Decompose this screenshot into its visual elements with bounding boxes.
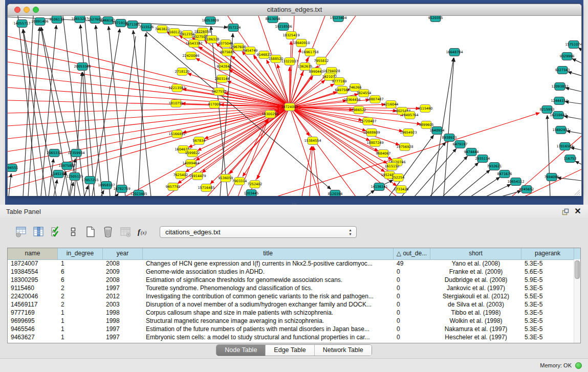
graph-node[interactable]: 16914479 (189, 172, 206, 180)
cell[interactable]: 18724007 (8, 259, 58, 268)
cell[interactable]: Nakamura et al. (1997) (430, 325, 521, 333)
graph-node[interactable]: 17016504 (556, 143, 573, 150)
table-row[interactable]: 977716911998Corpus callosum shape and si… (8, 309, 574, 317)
graph-node[interactable]: 567834 (193, 137, 206, 145)
cell[interactable]: 5.9E-5 (521, 276, 574, 284)
cell[interactable]: 1997 (103, 333, 143, 341)
cell[interactable]: 2009 (103, 268, 143, 276)
cell[interactable]: 5.5E-5 (521, 292, 574, 300)
graph-node[interactable]: 15716485 (198, 184, 214, 192)
delete-column-button[interactable] (100, 224, 116, 239)
cell[interactable]: 1 (58, 259, 103, 268)
cell[interactable]: Wolkin et al. (1998) (430, 317, 521, 325)
graph-node[interactable]: 12093832 (551, 83, 568, 91)
graph-node[interactable]: 20053346 (74, 63, 91, 71)
graph-node[interactable]: 6216044 (384, 101, 399, 108)
graph-node[interactable]: 1733426 (394, 186, 409, 193)
table-row[interactable]: 1872400712008Changes of HCN gene express… (8, 259, 574, 268)
graph-node[interactable]: 2718120 (175, 68, 190, 76)
float-panel-icon[interactable] (561, 208, 570, 216)
citation-edge-red[interactable] (187, 73, 290, 107)
graph-node[interactable]: 18640910 (293, 39, 310, 47)
citation-edge-black[interactable] (115, 36, 136, 196)
graph-node[interactable]: 7357224 (226, 24, 241, 32)
citation-edge-red[interactable] (125, 107, 290, 196)
citation-edge-red[interactable] (8, 62, 290, 107)
graph-node[interactable]: 8471676 (497, 170, 512, 178)
cell[interactable]: 19384554 (8, 268, 58, 276)
graph-node[interactable]: 1640954 (430, 127, 445, 135)
graph-node[interactable]: 2935114 (475, 155, 490, 163)
graph-node[interactable]: 1810755 (169, 100, 184, 107)
table-row[interactable]: 911546021997Tourette syndrome. Phenomeno… (8, 284, 574, 292)
graph-node[interactable]: 12023445 (130, 190, 147, 196)
cell[interactable]: 0 (394, 268, 430, 276)
cell[interactable]: 22420046 (8, 292, 58, 300)
graph-node[interactable]: 2065331 (47, 149, 62, 157)
graph-node[interactable]: 12505135 (66, 173, 83, 181)
citation-edge-black[interactable] (486, 184, 511, 196)
cell[interactable]: Structural magnetic resonance image aver… (143, 317, 394, 325)
citation-edge-black[interactable] (146, 32, 331, 189)
table-row[interactable]: 1938455462009Genome-wide association stu… (8, 268, 574, 276)
graph-node[interactable]: 8813054 (266, 16, 280, 23)
graph-node[interactable]: 12444154 (551, 97, 568, 105)
table-row[interactable]: 1830029562008Estimation of significance … (8, 276, 574, 284)
graph-node[interactable]: 917008 (208, 101, 221, 108)
citation-edge-red[interactable] (8, 107, 290, 151)
graph-node[interactable]: 7625402 (173, 171, 188, 179)
graph-node[interactable]: 7932621 (487, 163, 502, 170)
graph-node[interactable]: 1203445 (244, 190, 259, 196)
cell[interactable]: Yano et al. (2008) (430, 259, 521, 268)
cell[interactable]: 5.3E-5 (521, 333, 574, 341)
cell[interactable]: 49 (394, 259, 430, 268)
graph-node[interactable]: 8215953 (540, 106, 555, 114)
graph-node[interactable]: 994551 (8, 164, 18, 172)
graph-node[interactable]: 15384554 (304, 137, 321, 145)
cell[interactable]: Changes of HCN gene expression and I(f) … (143, 259, 394, 268)
window-titlebar[interactable]: citations_edges.txt (8, 4, 581, 16)
cell[interactable]: 1 (58, 317, 103, 325)
cell[interactable]: Corpus callosum shape and size in male p… (143, 309, 394, 317)
citation-edge-black[interactable] (547, 115, 550, 196)
graph-node[interactable]: 9875685 (220, 49, 235, 56)
table-row[interactable]: 969969511998Structural magnetic resonanc… (8, 317, 574, 325)
cell[interactable]: Tourette syndrome. Phenomenology and cla… (143, 284, 394, 292)
citation-edge-black[interactable] (443, 163, 478, 196)
cell[interactable]: 1998 (103, 317, 143, 325)
graph-node[interactable]: 9899605 (419, 121, 434, 129)
graph-node[interactable]: 9474444 (464, 148, 479, 156)
graph-node[interactable]: 8938923 (442, 134, 457, 142)
citation-edge-black[interactable] (80, 25, 95, 196)
cell[interactable]: 9777169 (8, 309, 58, 317)
graph-node[interactable]: 116753 (564, 155, 577, 163)
cell[interactable]: Tibbo et al. (1998) (430, 309, 521, 317)
cell[interactable]: de Silva et al. (2003) (430, 300, 521, 309)
graph-node[interactable]: 16648784 (446, 49, 463, 56)
cell[interactable]: Hescheler et al. (1997) (430, 333, 521, 341)
cell[interactable]: 14569117 (8, 300, 58, 309)
graph-node[interactable]: 7986522 (352, 106, 366, 114)
cell[interactable]: 9115460 (8, 284, 58, 292)
cell[interactable]: 6 (58, 268, 103, 276)
graph-node[interactable]: 14099464 (182, 160, 199, 167)
graph-node[interactable]: 9106133 (50, 16, 64, 24)
table-row[interactable]: 2242004622012Investigating the contribut… (8, 292, 574, 300)
citation-edge-black[interactable] (575, 161, 581, 164)
cell[interactable]: 2 (58, 284, 103, 292)
citation-edge-red[interactable] (290, 107, 356, 196)
graph-node[interactable]: 9115460 (418, 105, 433, 113)
cell[interactable]: 1997 (103, 284, 143, 292)
cell[interactable]: 18300295 (8, 276, 58, 284)
network-canvas[interactable]: 1405571720891406910613310653287152760264… (8, 16, 581, 196)
citation-edge-red[interactable] (8, 107, 290, 177)
graph-node[interactable]: 19654923 (400, 129, 417, 137)
cell[interactable]: 5.6E-5 (521, 268, 574, 276)
graph-node[interactable]: 14055717 (13, 20, 30, 28)
cell[interactable]: 9463627 (8, 333, 58, 341)
table-row[interactable]: 1456911722003Disruption of a novel membe… (8, 300, 574, 309)
graph-node[interactable]: 15123404 (330, 16, 346, 22)
citation-edge-black[interactable] (366, 190, 375, 196)
graph-node[interactable]: 19756928 (396, 143, 413, 151)
cell[interactable]: 9699695 (8, 317, 58, 325)
